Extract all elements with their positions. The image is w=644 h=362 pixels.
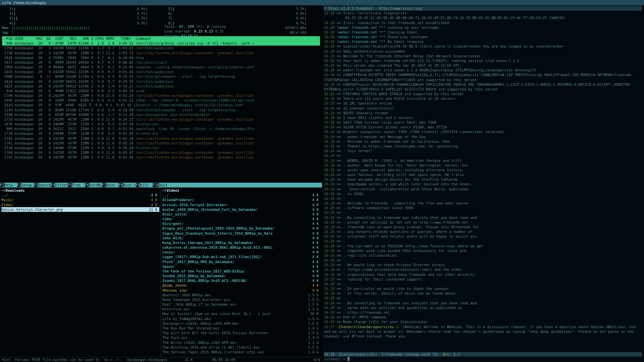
vifm-right-list[interactable]: ../4 KAlien&Predator/4 KArrival.2016.Tor… — [162, 193, 321, 354]
file-row[interactable]: Duel'_2016_BDRip_iT_by_Dalemake.avi1.5 G — [162, 302, 321, 307]
irc-line: 16:26 >> - works span several genres, in… — [324, 168, 642, 172]
vifm-pane[interactable]: ~/Downloads ../4 KMusic/4 KVideo/4 KDebi… — [0, 187, 322, 362]
process-row[interactable]: 1747 mindaugas 20 0 2425M 457M 138M S 0.… — [2, 155, 320, 160]
irc-line: 16:26 >> - — [324, 258, 642, 262]
file-row[interactable]: Divirgent/4 K — [162, 221, 321, 226]
file-row[interactable]: Дрожь Земли/4 K — [162, 283, 321, 288]
process-row[interactable]: 1824 mindaugas 20 0 2425M 56932 33196 S … — [2, 79, 320, 84]
irc-line: 16:26 >> - We would like to thank Privat… — [324, 262, 642, 267]
irc-line: 16:26 >> CHANTYPES=# EXCEPTS INVEX CHANM… — [324, 72, 642, 82]
htop-fkeys[interactable]: F1Help F2Setup F3SearchF4FilterF5Tree F6… — [0, 183, 322, 187]
irc-line: 16:26 !weber.freenode.net *** No Ident r… — [324, 39, 642, 44]
file-row[interactable]: Life by_IVAN@190282.mkv1.5 G — [162, 316, 321, 321]
file-row[interactable]: The.Witching.2016.web-dlrip_[1.46]_[teko… — [162, 345, 321, 350]
irc-line: 16:26 >> - agree with our policies and g… — [324, 305, 642, 310]
file-row[interactable]: Zvonki.2017.DUAL.BDRip.XviD.AC3.-HQCLUB/… — [162, 278, 321, 283]
file-row[interactable]: Debian-Vetorial-Character.png21 K — [1, 207, 159, 212]
process-row[interactable]: 1738 mindaugas 20 0 2425M 457M 138M S 0.… — [2, 51, 320, 55]
file-row[interactable]: How to Install i3wm on any Linux Mint 18… — [162, 311, 321, 316]
htop-pane[interactable]: 1 [|0.0%]2 [|0.7%]3 [||1.3%]4 [|0.0%] 5 … — [0, 5, 322, 187]
file-row[interactable]: Lenin/4 K — [162, 250, 321, 254]
file-row[interactable]: The Girl with All the Gifts.2016.Toriyal… — [162, 330, 321, 335]
process-row[interactable]: 1005 mindaugas 20 0 103M 9388 8356 S 0.0… — [2, 98, 320, 103]
irc-line: 16:26 >> I have 5813 clients and 1 serve… — [324, 115, 642, 120]
irc-line: 16:26 >> - Welcome to freenode - support… — [324, 201, 642, 205]
process-row[interactable]: 1742 mindaugas 20 0 2425M 457M 138M S 0.… — [2, 141, 320, 145]
vifm-left-title: ~/Downloads — [1, 188, 159, 193]
file-row[interactable]: The_Vatican_Tapes_2015_BDRip_[rutracker.… — [162, 350, 321, 354]
cpu-meter: 5 [|3.3%] — [161, 6, 320, 11]
process-row[interactable]: 999 mindaugas 20 0 26512 2912 2584 S 0.0… — [2, 126, 320, 131]
file-row[interactable]: ../4 K — [1, 193, 159, 197]
mem-label: Mem — [2, 25, 11, 30]
file-row[interactable]: Blair_witch/4 K — [162, 212, 321, 217]
irc-line: 16:26 !weber.freenode.net *** Found your… — [324, 35, 642, 39]
process-list[interactable]: 946 mindaugas 20 0 478M 147M 61348 S 2.0… — [2, 41, 320, 160]
uptime-line: Uptime: 01:16:11 — [164, 34, 226, 38]
file-row[interactable]: Logan_(2017).HDRip.Dub.ac3.sub_[All.Film… — [162, 254, 321, 259]
irc-line: 16:26 >> - — [324, 196, 642, 201]
irc-line: 16:26 >> Irssi: Connection to chat.freen… — [324, 20, 642, 25]
process-row[interactable]: 1764 mindaugas 20 0 2425M 457M 138M S 0.… — [2, 150, 320, 155]
process-row[interactable]: 1193 mindaugas 20 0 869M 15208 11704 S 0… — [2, 108, 320, 112]
process-row[interactable]: 1010 mindaugas 20 0 9?M 4448 4616 S 0.0 … — [2, 103, 320, 107]
file-row[interactable]: Avatar_2009_BDRip_[Extended_Cut]_by_Dale… — [162, 207, 321, 212]
process-row[interactable]: 946 mindaugas 20 0 478M 147M 61348 S 2.0… — [2, 41, 320, 46]
process-row[interactable]: 1733 mindaugas 20 0 2425M 457M 138M S 0.… — [2, 117, 320, 122]
file-row[interactable]: Video/4 K — [1, 202, 159, 207]
process-row[interactable]: 1598 mindaugas 20 0 683M 68796 35000 S 0… — [2, 112, 320, 117]
file-row[interactable]: Alien&Predator/4 K — [162, 197, 321, 202]
irc-line: 16:26 >> - epic fantasy, military scifi … — [324, 172, 642, 177]
file-row[interactable]: The Bye Bye Man Unrated.avi1.4 G — [162, 326, 321, 330]
file-row[interactable]: Lekarstvo.ot.zdorovya.2016.DUAL.BDRip.Xv… — [162, 245, 321, 250]
process-row[interactable]: 1798 mindaugas 20 0 2425M 56932 33196 S … — [2, 46, 320, 50]
irc-line: 16:26 >> - weber.freenode.net Message of… — [324, 134, 642, 139]
file-row[interactable]: John_Wick/4 K — [162, 236, 321, 240]
irc-line: 16:26 >> - By connecting to freenode you… — [324, 215, 642, 220]
irc-line: 16:26 >> - Thanks to https://www.cloudsi… — [324, 144, 642, 148]
process-row[interactable]: 1008 mindaugas 20 0 90468 8652 4644 S 0.… — [2, 65, 320, 69]
file-row[interactable]: Extortion.avi1.5 G — [162, 307, 321, 311]
file-row[interactable]: Passengers.(2016).HDRip.x264.AFM.mkv1.5 … — [162, 321, 321, 326]
process-row[interactable]: 1817 mindaugas 20 0 496M 28544 20560 S 0… — [2, 60, 320, 65]
process-row[interactable]: 1734 mindaugas 20 0 2404M 373M 133M S 0.… — [2, 131, 320, 136]
process-row[interactable]: 920 mindaugas 20 0 408M 11932 10932 S 0.… — [2, 88, 320, 93]
irc-line: 16:26 >> - real-life collaboration. — [324, 253, 642, 258]
process-header[interactable]: PID USER PRI NI VIRT RES SHR S CPU% MEM%… — [2, 36, 320, 41]
file-row[interactable]: Music/4 K — [1, 197, 159, 202]
irc-log[interactable]: 16:26 >> Irssi: Certificate fingerprint:… — [324, 11, 642, 352]
file-row[interactable]: The Pack.avi1.4 G — [162, 335, 321, 340]
file-row[interactable]: Izgoi_Odin_Zvezdnye_Voiny_Istorii_2016_B… — [162, 231, 321, 236]
process-row[interactable]: 1741 mindaugas 20 0 2425M 457M 138M S 0.… — [2, 136, 320, 141]
process-row[interactable]: 1086 mindaugas 9 -11 869M 15208 11704 S … — [2, 74, 320, 79]
file-row[interactable]: Обитель зла/4 K — [162, 288, 321, 293]
file-row[interactable]: Proch'_2017_BDRip_MVO_by_Dalemake/4 K — [162, 259, 321, 264]
vifm-status: Hint: Various FUSE file-systems can be u… — [0, 357, 322, 362]
irc-line: 16:26 >> Scaniatrucker!Scaniatruc@78-56-… — [324, 44, 642, 49]
file-row[interactable]: The.Witch.(2015).BDRip.x264.AFM.mkv2.1 G — [162, 340, 321, 345]
swap-value: 0K/4.00G — [289, 30, 320, 35]
irssi-pane[interactable]: | Irssi v1.0.2-1+deb9u1 - http://www.irs… — [322, 5, 644, 362]
file-row[interactable]: Vozduh_2015_BDRip_by_Dalemake/4 K — [162, 274, 321, 278]
file-row[interactable]: Arrival.2016.Toriyal.Rutracker/4 K — [162, 202, 321, 207]
process-row[interactable]: 1710 mindaugas 20 0 2404M 373M 133M S 0.… — [2, 145, 320, 150]
file-row[interactable]: Cube/4 K — [162, 217, 321, 221]
irc-line: 16:26 >> 5813 7368 Current local users 5… — [324, 120, 642, 125]
irc-line: 16:26 !weber.freenode.net *** Looking up… — [324, 25, 642, 30]
process-row[interactable]: 1626 mindaugas 20 0 25984 5040 2944 R 0.… — [2, 55, 320, 60]
file-row[interactable]: Space/4 K — [162, 264, 321, 269]
file-row[interactable]: Bone Tomahawk_2015_Rutracker.avi1.5 G — [162, 297, 321, 302]
file-row[interactable]: The Fate of the Furious_2017_WEB-DLRip/4… — [162, 269, 321, 274]
irssi-prompt[interactable]: (status) » — [324, 357, 642, 361]
process-row[interactable]: 1678 mindaugas 20 0 2404M 373M 133M S 0.… — [2, 122, 320, 126]
file-row[interactable]: Abattoir.2016.BDRip.avi1.5 G — [162, 293, 321, 297]
process-row[interactable]: 1833 mindaugas 20 0 2425M 56932 33196 S … — [2, 69, 320, 74]
irc-line: 16:26 >> - accept our policies as set ou… — [324, 220, 642, 225]
file-row[interactable]: ../4 K — [162, 193, 321, 197]
file-row[interactable]: Drugoy_mir_[Pentalogiya]_2003-2016_BDRip… — [162, 226, 321, 231]
process-row[interactable]: 1709 mindaugas 20 0 2425M 457M 138M S 0.… — [2, 93, 320, 98]
process-row[interactable]: 1825 mindaugas 20 0 2425M 56932 33196 S … — [2, 84, 320, 88]
vifm-left-list[interactable]: ../4 KMusic/4 KVideo/4 KDebian-Vetorial-… — [1, 193, 159, 212]
irc-line: 16:26 >> 48292 channels formed — [324, 111, 642, 115]
file-row[interactable]: Kong_Ostrov_Cherepa_2017_BDRip_by_Dalema… — [162, 240, 321, 245]
